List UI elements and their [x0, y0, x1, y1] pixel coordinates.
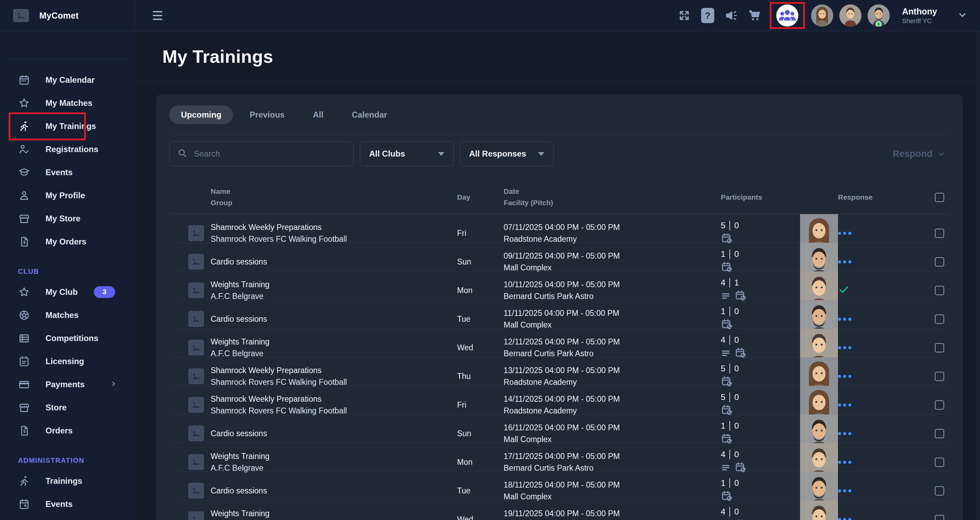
user-avatar-woman[interactable]: [811, 5, 833, 27]
participant-avatar[interactable]: [800, 500, 838, 520]
calendar-sync-icon: [721, 233, 732, 246]
tab-previous[interactable]: Previous: [238, 105, 296, 124]
row-checkbox[interactable]: [935, 400, 944, 410]
sidebar-item-my-profile[interactable]: My Profile: [0, 184, 134, 207]
user-avatar-man-young[interactable]: [839, 5, 861, 27]
tab-upcoming[interactable]: Upcoming: [169, 105, 233, 124]
training-name: Shamrock Weekly Preparations: [211, 393, 457, 405]
training-day: Mon: [457, 284, 504, 297]
tab-all[interactable]: All: [301, 105, 336, 124]
training-date-cell: 14/11/2025 04:00 PM - 05:00 PM Roadstone…: [504, 393, 721, 417]
row-checkbox[interactable]: [935, 314, 944, 324]
scrollbar-track[interactable]: [976, 31, 980, 520]
participants-count-out: 0: [734, 306, 739, 316]
participants-cell: 4 0: [721, 450, 800, 474]
row-checkbox[interactable]: [935, 286, 944, 295]
participants-count-in: 5: [721, 221, 725, 230]
help-icon[interactable]: ?: [700, 8, 715, 23]
training-day: Fri: [457, 399, 504, 411]
response-filter-select[interactable]: All Responses: [460, 141, 554, 166]
training-group: A.F.C Belgrave: [211, 290, 457, 302]
caret-down-icon: [538, 152, 544, 156]
cart-icon[interactable]: [747, 8, 762, 23]
sidebar-item-registrations[interactable]: Registrations: [0, 137, 134, 161]
topbar-avatar-stack: [805, 5, 890, 27]
sidebar: MyComet My CalendarMy MatchesMy Training…: [0, 0, 135, 520]
response-pending-dots[interactable]: [838, 432, 924, 435]
sidebar-item-label: My Profile: [46, 191, 85, 200]
person-icon: [18, 189, 30, 202]
response-pending-dots[interactable]: [838, 461, 924, 464]
select-all-checkbox[interactable]: [935, 193, 944, 202]
sidebar-item-registrations[interactable]: Registrations: [0, 515, 134, 520]
hamburger-icon[interactable]: [153, 9, 167, 22]
participants-count-out: 0: [734, 249, 739, 259]
sidebar-item-trainings[interactable]: Trainings: [0, 469, 134, 493]
sidebar-item-licensing[interactable]: Licensing: [0, 350, 134, 373]
person-check-icon: [18, 143, 30, 156]
sidebar-item-label: Registrations: [46, 145, 98, 154]
sidebar-item-my-calendar[interactable]: My Calendar: [0, 68, 134, 91]
training-date-cell: 13/11/2025 04:00 PM - 05:00 PM Roadstone…: [504, 364, 721, 388]
sidebar-item-events[interactable]: Events: [0, 161, 134, 184]
row-checkbox[interactable]: [935, 429, 944, 438]
table-row: Shamrock Weekly Preparations Shamrock Ro…: [169, 386, 950, 415]
sidebar-section-label: CLUB: [18, 268, 134, 276]
search-box: [169, 141, 354, 166]
tab-calendar[interactable]: Calendar: [340, 105, 399, 124]
response-pending-dots[interactable]: [838, 232, 924, 235]
online-status-dot: [875, 21, 882, 27]
training-date: 17/11/2025 04:00 PM - 05:00 PM: [504, 450, 721, 463]
sidebar-item-competitions[interactable]: Competitions: [0, 327, 134, 350]
response-cell: [838, 404, 924, 407]
sidebar-item-my-trainings[interactable]: My Trainings: [0, 115, 134, 137]
sidebar-item-orders[interactable]: $Orders: [0, 419, 134, 442]
participants-cell: 5 0: [721, 392, 800, 417]
row-checkbox[interactable]: [935, 372, 944, 381]
response-pending-dots[interactable]: [838, 317, 924, 321]
row-checkbox[interactable]: [935, 229, 944, 238]
sidebar-item-matches[interactable]: Matches: [0, 303, 134, 327]
row-checkbox[interactable]: [935, 515, 944, 520]
response-pending-dots[interactable]: [838, 375, 924, 378]
training-name: Weights Training: [211, 507, 457, 520]
chevron-down-icon[interactable]: [957, 10, 967, 21]
response-pending-dots[interactable]: [838, 260, 924, 263]
sidebar-item-payments[interactable]: Payments: [0, 373, 134, 396]
training-name: Weights Training: [211, 450, 457, 463]
runner-icon: [18, 120, 30, 132]
user-block[interactable]: Anthony Sheriff YC: [902, 6, 943, 25]
row-checkbox[interactable]: [935, 486, 944, 496]
participants-count-out: 0: [734, 450, 739, 459]
table-row: Weights Training A.F.C Belgrave Wed 12/1…: [169, 329, 950, 357]
invoice-icon: $: [18, 424, 30, 437]
response-pending-dots[interactable]: [838, 346, 924, 349]
response-pending-dots[interactable]: [838, 518, 924, 520]
respond-button[interactable]: Respond: [892, 148, 950, 159]
club-filter-select[interactable]: All Clubs: [360, 141, 453, 166]
sidebar-item-my-club[interactable]: My Club3: [0, 280, 134, 303]
row-checkbox[interactable]: [935, 257, 944, 266]
user-avatar-man-beard[interactable]: [868, 5, 890, 27]
training-group: A.F.C Belgrave: [211, 462, 457, 474]
sidebar-item-my-orders[interactable]: $My Orders: [0, 230, 134, 253]
row-checkbox[interactable]: [935, 458, 944, 467]
row-checkbox[interactable]: [935, 343, 944, 353]
training-facility: Mall Complex: [504, 319, 721, 331]
sidebar-item-my-matches[interactable]: My Matches: [0, 91, 134, 115]
sidebar-item-my-store[interactable]: My Store: [0, 207, 134, 230]
response-pending-dots[interactable]: [838, 404, 924, 407]
sidebar-item-store[interactable]: Store: [0, 396, 134, 419]
fullscreen-icon[interactable]: [677, 8, 692, 23]
search-input[interactable]: [193, 148, 346, 159]
participants-count-out: 0: [734, 221, 739, 230]
training-facility: Bernard Curtis Park Astro: [504, 290, 721, 302]
sidebar-item-events[interactable]: Events: [0, 493, 134, 515]
table-row: Cardio sessions Sun 09/11/2025 04:00 PM …: [169, 243, 950, 271]
training-facility: Bernard Curtis Park Astro: [504, 348, 721, 360]
announcements-icon[interactable]: [724, 8, 739, 23]
org-avatar[interactable]: [776, 5, 798, 27]
training-date: 10/11/2025 04:00 PM - 05:00 PM: [504, 279, 721, 291]
response-pending-dots[interactable]: [838, 489, 924, 493]
response-cell: [838, 518, 924, 520]
